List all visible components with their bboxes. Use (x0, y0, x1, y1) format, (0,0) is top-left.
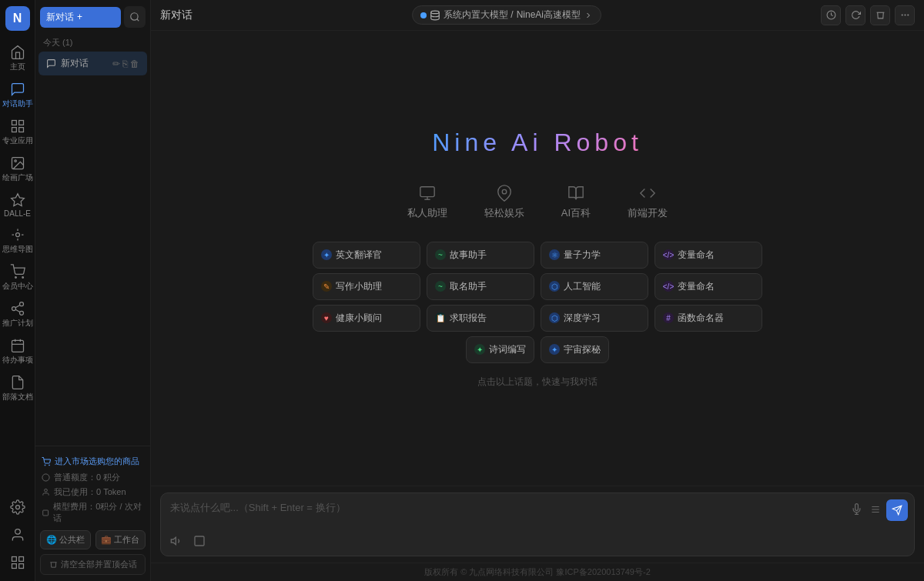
topic-label-12: 函数命名器 (678, 312, 724, 325)
svg-point-32 (431, 11, 440, 13)
history-button[interactable] (821, 5, 841, 25)
market-link[interactable]: 进入市场选购您的商品 (40, 452, 146, 470)
topic-poetry[interactable]: ✦ 诗词编写 (466, 336, 534, 363)
topic-icon-5: ✎ (321, 281, 332, 292)
box-icon (419, 185, 436, 202)
settings-button[interactable] (868, 502, 883, 519)
model-selector[interactable]: 系统内置大模型 / NineAi高速模型 (412, 5, 601, 25)
svg-point-8 (15, 277, 16, 279)
topic-label-7: 人工智能 (564, 280, 601, 293)
sidebar-item-chat[interactable]: 对话助手 (0, 77, 35, 114)
sidebar-item-home[interactable]: 主页 (0, 40, 35, 77)
sliders-icon (870, 504, 881, 515)
delete-chat-button[interactable] (870, 5, 890, 25)
sidebar-item-share[interactable]: 推广计划 (0, 296, 35, 333)
topic-job[interactable]: 📋 求职报告 (427, 305, 534, 332)
refresh-button[interactable] (845, 5, 865, 25)
edit-icon[interactable]: ✏ (112, 58, 120, 69)
public-mode-button[interactable]: 🌐 公共栏 (40, 530, 91, 549)
copy-icon[interactable]: ⎘ (122, 58, 128, 69)
clear-sessions-button[interactable]: 清空全部并置顶会话 (40, 554, 146, 575)
topic-story-assistant[interactable]: ~ 故事助手 (427, 242, 534, 269)
chat-input[interactable] (161, 493, 842, 530)
sidebar-item-dalle[interactable]: DALL-E (0, 188, 35, 222)
topic-english-translation[interactable]: ✦ 英文翻译官 (313, 242, 420, 269)
topic-icon-7: ⬡ (549, 281, 560, 292)
svg-point-9 (22, 277, 23, 279)
topic-cosmos[interactable]: ✦ 宇宙探秘 (541, 336, 609, 363)
topic-icon-14: ✦ (549, 344, 560, 355)
sidebar-item-user[interactable] (0, 523, 35, 547)
clear-label: 清空全部并置顶会话 (61, 559, 137, 570)
stats-quota-label: 普通额度：0 积分 (54, 472, 120, 483)
svg-marker-48 (171, 537, 176, 544)
workspace-mode-button[interactable]: 💼 工作台 (95, 530, 146, 549)
app-logo: N (5, 6, 30, 31)
capability-label-3: AI百科 (561, 206, 591, 220)
sidebar-item-shop[interactable]: 会员中心 (0, 259, 35, 296)
page-title: 新对话 (160, 8, 192, 22)
topic-health[interactable]: ♥ 健康小顾问 (313, 305, 420, 332)
stop-button[interactable] (190, 533, 209, 551)
sidebar-icons: N 主页 对话助手 专业应用 绘画广场 DALL-E (0, 0, 35, 581)
audio-button[interactable] (167, 533, 186, 551)
topic-naming[interactable]: ~ 取名助手 (427, 273, 534, 300)
workspace-label: 工作台 (114, 534, 139, 546)
market-icon (42, 457, 51, 466)
topic-quantum[interactable]: ⚛ 量子力学 (541, 242, 648, 269)
sidebar-item-mind[interactable]: 思维导图 (0, 222, 35, 259)
topic-variable-naming-2[interactable]: </> 变量命名 (654, 273, 762, 300)
svg-point-5 (14, 160, 15, 162)
topic-function-naming[interactable]: # 函数命名器 (654, 305, 762, 332)
input-box-bottom (161, 530, 914, 556)
send-button[interactable] (886, 499, 908, 521)
topic-label-2: 故事助手 (450, 249, 487, 262)
svg-point-28 (49, 465, 50, 466)
sidebar-label-share: 推广计划 (2, 318, 33, 329)
sidebar-label-docs: 部落文档 (2, 392, 33, 402)
topic-icon-9: ♥ (321, 312, 332, 323)
svg-point-10 (19, 302, 23, 306)
sidebar-item-docs[interactable]: 部落文档 (0, 370, 35, 407)
chevron-right-icon (584, 11, 593, 20)
delete-icon[interactable]: 🗑 (130, 58, 139, 69)
topic-writing[interactable]: ✎ 写作小助理 (313, 273, 420, 300)
topic-variable-naming-1[interactable]: </> 变量命名 (654, 242, 762, 269)
svg-rect-23 (18, 564, 23, 569)
mic-button[interactable] (849, 501, 865, 519)
topic-ai[interactable]: ⬡ 人工智能 (541, 273, 648, 300)
sidebar-label-image: 绘画广场 (2, 172, 33, 183)
input-right-icons (842, 493, 914, 527)
sidebar-item-settings[interactable] (0, 495, 35, 519)
list-item[interactable]: 新对话 ✏ ⎘ 🗑 (38, 52, 147, 75)
more-button[interactable] (895, 5, 915, 25)
conv-item-title: 新对话 (61, 57, 89, 70)
usage-icon (42, 488, 50, 496)
topic-label-9: 健康小顾问 (336, 312, 382, 325)
refresh-icon (851, 10, 861, 20)
topic-deep-learning[interactable]: ⬡ 深度学习 (541, 305, 648, 332)
market-label: 进入市场选购您的商品 (55, 456, 139, 467)
topic-grid-row2: ✎ 写作小助理 ~ 取名助手 ⬡ 人工智能 </> 变量命名 (313, 273, 762, 300)
cpu-icon (42, 509, 49, 517)
book-icon (567, 185, 584, 202)
sidebar-item-image[interactable]: 绘画广场 (0, 151, 35, 188)
topic-label-3: 量子力学 (564, 249, 601, 262)
svg-rect-0 (12, 121, 16, 125)
sidebar-item-tasks[interactable]: 待办事项 (0, 333, 35, 370)
input-box (160, 493, 915, 556)
svg-point-34 (904, 15, 905, 15)
sidebar-item-tools[interactable]: 专业应用 (0, 114, 35, 151)
svg-point-40 (502, 189, 507, 194)
topic-icon-10: 📋 (435, 312, 446, 323)
footer-copyright: 版权所有 © 九点网络科技有限公司 豫ICP备2020013749号-2 (151, 563, 924, 581)
sidebar-item-grid[interactable] (0, 550, 35, 575)
new-chat-button[interactable]: 新对话 + (40, 7, 121, 28)
topic-icon-11: ⬡ (549, 312, 560, 323)
capability-label-4: 前端开发 (628, 206, 668, 220)
model-selector-icon (430, 10, 440, 21)
mode-buttons: 🌐 公共栏 💼 工作台 (40, 530, 146, 549)
topic-grid-row1: ✦ 英文翻译官 ~ 故事助手 ⚛ 量子力学 </> 变量命名 (313, 242, 762, 269)
search-button[interactable] (124, 6, 146, 28)
capability-label-2: 轻松娱乐 (484, 206, 524, 220)
